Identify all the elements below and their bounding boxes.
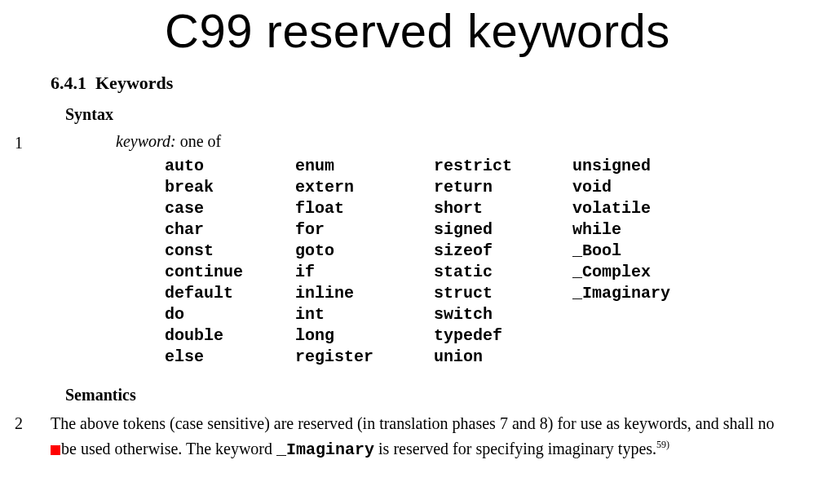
semantics-text-part1: The above tokens (case sensitive) are re… bbox=[51, 414, 775, 432]
keyword-cell bbox=[572, 325, 711, 347]
keyword-cell: _Bool bbox=[572, 241, 711, 262]
semantics-text-part3: is reserved for specifying imaginary typ… bbox=[374, 440, 656, 458]
footnote-ref: 59) bbox=[656, 439, 669, 450]
keyword-cell: if bbox=[295, 262, 434, 283]
keyword-cell: extern bbox=[295, 177, 434, 198]
document-content: 6.4.1 Keywords Syntax 1 keyword: one of … bbox=[15, 73, 802, 461]
keyword-cell: static bbox=[434, 262, 572, 283]
keyword-cell: for bbox=[295, 219, 434, 241]
keyword-cell: short bbox=[434, 198, 572, 219]
keyword-table: autoenumrestrictunsignedbreakexternretur… bbox=[165, 156, 711, 368]
keyword-cell: break bbox=[165, 177, 295, 198]
keyword-cell: long bbox=[295, 325, 434, 347]
section-heading: 6.4.1 Keywords bbox=[51, 73, 802, 94]
keyword-cell: auto bbox=[165, 156, 295, 177]
semantics-heading: Semantics bbox=[65, 386, 802, 405]
keyword-cell: _Imaginary bbox=[572, 283, 711, 304]
keyword-intro-rest: one of bbox=[176, 132, 222, 150]
keyword-cell: do bbox=[165, 304, 295, 325]
slide-title: C99 reserved keywords bbox=[0, 0, 835, 58]
keyword-cell: _Complex bbox=[572, 262, 711, 283]
syntax-paragraph: 1 keyword: one of autoenumrestrictunsign… bbox=[15, 132, 802, 368]
keyword-cell: const bbox=[165, 241, 295, 262]
syntax-block: keyword: one of autoenumrestrictunsigned… bbox=[116, 132, 711, 368]
keyword-cell: float bbox=[295, 198, 434, 219]
keyword-cell: inline bbox=[295, 283, 434, 304]
keyword-cell: void bbox=[572, 177, 711, 198]
slide: C99 reserved keywords 6.4.1 Keywords Syn… bbox=[0, 0, 835, 504]
keyword-cell: char bbox=[165, 219, 295, 241]
keyword-cell: goto bbox=[295, 241, 434, 262]
keyword-cell: switch bbox=[434, 304, 572, 325]
syntax-heading: Syntax bbox=[65, 105, 802, 124]
keyword-cell: register bbox=[295, 347, 434, 368]
keyword-cell: volatile bbox=[572, 198, 711, 219]
cursor-icon bbox=[51, 445, 60, 455]
keyword-cell: while bbox=[572, 219, 711, 241]
paragraph-number: 1 bbox=[15, 132, 51, 153]
keyword-cell: typedef bbox=[434, 325, 572, 347]
keyword-cell: struct bbox=[434, 283, 572, 304]
semantics-paragraph: 2 The above tokens (case sensitive) are … bbox=[15, 413, 802, 461]
keyword-cell: continue bbox=[165, 262, 295, 283]
paragraph-number: 2 bbox=[15, 413, 51, 433]
keyword-cell: sizeof bbox=[434, 241, 572, 262]
keyword-cell: default bbox=[165, 283, 295, 304]
keyword-cell: double bbox=[165, 325, 295, 347]
keyword-term: keyword: bbox=[116, 132, 176, 150]
keyword-cell: case bbox=[165, 198, 295, 219]
imaginary-keyword: _Imaginary bbox=[276, 440, 374, 459]
keyword-cell bbox=[572, 304, 711, 325]
semantics-text: The above tokens (case sensitive) are re… bbox=[51, 413, 784, 461]
keyword-cell: else bbox=[165, 347, 295, 368]
keyword-cell: signed bbox=[434, 219, 572, 241]
keyword-cell: unsigned bbox=[572, 156, 711, 177]
keyword-cell: union bbox=[434, 347, 572, 368]
keyword-cell: enum bbox=[295, 156, 434, 177]
keyword-intro: keyword: one of bbox=[116, 132, 711, 151]
semantics-text-part2: be used otherwise. The keyword bbox=[61, 440, 276, 458]
keyword-cell: return bbox=[434, 177, 572, 198]
section-number: 6.4.1 bbox=[51, 73, 86, 93]
keyword-cell bbox=[572, 347, 711, 368]
keyword-cell: restrict bbox=[434, 156, 572, 177]
section-name: Keywords bbox=[95, 73, 173, 93]
keyword-cell: int bbox=[295, 304, 434, 325]
